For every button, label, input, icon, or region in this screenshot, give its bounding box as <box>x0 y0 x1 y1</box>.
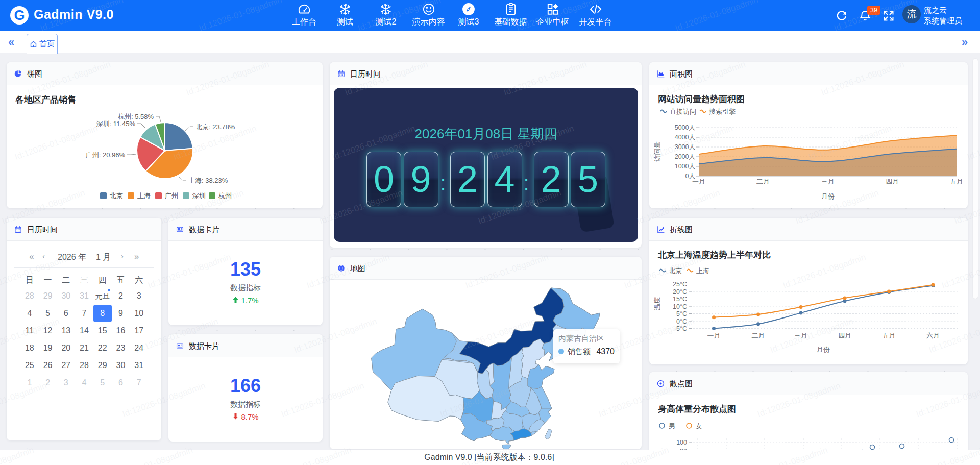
svg-text:三月: 三月 <box>794 332 807 339</box>
svg-text:15°C: 15°C <box>673 296 687 303</box>
svg-text:5000人: 5000人 <box>675 124 696 131</box>
svg-text:月份: 月份 <box>817 346 830 353</box>
svg-text:上海: 38.23%: 上海: 38.23% <box>188 177 228 184</box>
svg-text:北京: 北京 <box>110 192 123 200</box>
svg-text:一月: 一月 <box>707 332 721 339</box>
svg-text:10°C: 10°C <box>673 303 687 310</box>
svg-text:二月: 二月 <box>756 178 770 185</box>
svg-text:100: 100 <box>676 439 687 446</box>
svg-text:四月: 四月 <box>886 178 899 185</box>
svg-text:访问量: 访问量 <box>653 142 661 162</box>
svg-text:深圳: 11.45%: 深圳: 11.45% <box>96 120 136 128</box>
svg-text:五月: 五月 <box>950 178 963 185</box>
svg-text:-5°C: -5°C <box>674 325 687 332</box>
svg-text:1000人: 1000人 <box>675 163 696 170</box>
svg-text:四月: 四月 <box>838 332 851 339</box>
svg-text:六月: 六月 <box>926 332 940 339</box>
svg-text:北京: 23.78%: 北京: 23.78% <box>195 123 235 131</box>
svg-text:深圳: 深圳 <box>192 192 206 200</box>
svg-text:北京: 北京 <box>669 267 682 275</box>
svg-text:广州: 广州 <box>165 192 178 200</box>
svg-text:二月: 二月 <box>752 332 765 339</box>
svg-text:上海: 上海 <box>696 267 709 275</box>
svg-text:男: 男 <box>669 422 675 430</box>
svg-text:25°C: 25°C <box>673 281 687 288</box>
svg-text:五月: 五月 <box>883 332 896 339</box>
svg-text:直接访问: 直接访问 <box>670 108 696 115</box>
svg-text:3000人: 3000人 <box>675 143 696 151</box>
svg-text:4000人: 4000人 <box>675 134 696 141</box>
svg-text:一月: 一月 <box>692 178 705 185</box>
svg-text:20°C: 20°C <box>673 288 687 296</box>
svg-text:月份: 月份 <box>821 192 835 200</box>
svg-text:女: 女 <box>696 422 702 430</box>
svg-text:三月: 三月 <box>821 178 835 185</box>
svg-text:2000人: 2000人 <box>675 153 696 160</box>
svg-text:杭州: 杭州 <box>218 192 232 200</box>
svg-text:0°C: 0°C <box>676 318 687 325</box>
svg-text:广州: 20.96%: 广州: 20.96% <box>86 151 126 159</box>
svg-text:上海: 上海 <box>137 192 151 200</box>
svg-text:温度: 温度 <box>653 297 661 310</box>
svg-text:5°C: 5°C <box>676 310 687 317</box>
svg-text:杭州: 5.58%: 杭州: 5.58% <box>118 113 154 120</box>
svg-text:搜索引擎: 搜索引擎 <box>708 108 736 115</box>
